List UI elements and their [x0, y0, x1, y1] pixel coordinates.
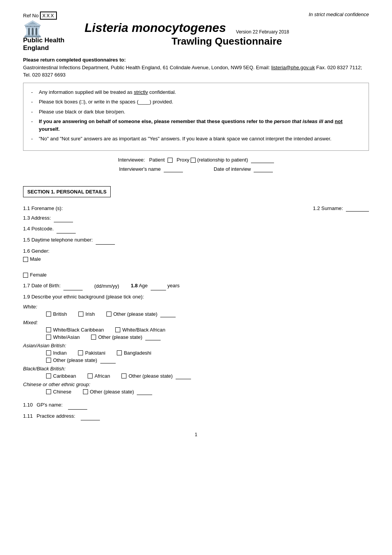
- british-checkbox[interactable]: [46, 312, 51, 317]
- q1-7-8-row: 1.7 Date of Birth: (dd/mm/yy) 1.8 Age ye…: [23, 282, 369, 290]
- logo-emblem: 🏛️: [23, 21, 42, 37]
- caribbean-label: Caribbean: [53, 373, 76, 379]
- pakistani-option: Pakistani: [78, 350, 105, 356]
- proxy-checkbox[interactable]: [191, 158, 196, 163]
- caribbean-option: Caribbean: [46, 373, 76, 379]
- female-option: Female: [23, 271, 369, 279]
- org-logo: 🏛️ Public Health England: [23, 21, 77, 52]
- white-black-caribbean-option: White/Black Caribbean: [46, 327, 104, 333]
- bangladeshi-checkbox[interactable]: [117, 350, 122, 355]
- email-link[interactable]: listeria@phe.gov.uk: [271, 65, 315, 70]
- black-other-label: Other (please state): [128, 373, 191, 379]
- white-black-african-label: White/Black African: [122, 327, 165, 333]
- indian-label: Indian: [53, 350, 66, 356]
- page-number: 1: [23, 432, 369, 437]
- mixed-other-checkbox[interactable]: [91, 335, 96, 340]
- q1-11-label: 1.11: [23, 412, 33, 421]
- instructions-box: - Any information supplied will be treat…: [23, 83, 369, 151]
- q1-1-label: 1.1 Forename (s):: [23, 205, 63, 211]
- asian-other-checkbox[interactable]: [46, 358, 51, 363]
- ref-box: XXX: [40, 12, 57, 20]
- bangladeshi-option: Bangladeshi: [117, 350, 151, 356]
- chinese-label: Chinese: [53, 389, 71, 395]
- interviewer-row: Interviewer's name Date of interview: [23, 166, 369, 172]
- white-black-caribbean-label: White/Black Caribbean: [53, 327, 104, 333]
- q1-10-row: 1.10 GP's name:: [23, 401, 369, 410]
- black-other-option: Other (please state): [121, 373, 191, 379]
- q1-9-row: 1.9 Describe your ethnic background (ple…: [23, 293, 369, 301]
- q1-4-row: 1.4 Postcode.: [23, 225, 369, 233]
- white-black-african-checkbox[interactable]: [115, 327, 120, 332]
- mixed-category: Mixed:: [23, 320, 369, 325]
- instruction-4: - If you are answering on behalf of some…: [31, 118, 361, 133]
- confidence-text: In strict medical confidence: [309, 12, 369, 20]
- mixed-options-row2: White/Asian Other (please state): [46, 334, 369, 340]
- date-interview-label: Date of interview: [214, 166, 273, 172]
- ref-label: Ref No XXX: [23, 12, 57, 20]
- asian-options-row2: Other (please state): [46, 357, 369, 363]
- irish-option: Irish: [78, 311, 95, 317]
- white-other-checkbox[interactable]: [106, 312, 111, 317]
- q1-11-row: 1.11 Practice address:: [23, 412, 369, 421]
- male-option: Male: [23, 255, 369, 263]
- black-category: Black/Black British:: [23, 366, 369, 372]
- q1-11-text: Practice address:: [37, 412, 75, 421]
- org-name: Public Health England: [23, 37, 65, 52]
- chinese-checkbox[interactable]: [46, 389, 51, 394]
- black-other-checkbox[interactable]: [121, 373, 126, 378]
- asian-other-label: Other (please state): [53, 357, 116, 363]
- asian-options-row1: Indian Pakistani Bangladeshi: [46, 350, 369, 356]
- bangladeshi-label: Bangladeshi: [124, 350, 151, 356]
- caribbean-checkbox[interactable]: [46, 373, 51, 378]
- female-checkbox[interactable]: [23, 273, 28, 278]
- british-label: British: [53, 311, 67, 317]
- interviewee-row: Interviewee: Patient Proxy (relationship…: [23, 157, 369, 163]
- pakistani-checkbox[interactable]: [78, 350, 83, 355]
- mixed-other-label: Other (please state): [98, 334, 161, 340]
- indian-option: Indian: [46, 350, 66, 356]
- african-checkbox[interactable]: [88, 373, 93, 378]
- chinese-other-option: Other (please state): [83, 389, 153, 395]
- q1-3-row: 1.3 Address:: [23, 214, 369, 223]
- chinese-category: Chinese or other ethnic group:: [23, 382, 369, 387]
- chinese-other-label: Other (please state): [90, 389, 153, 395]
- mixed-other-option: Other (please state): [91, 334, 161, 340]
- white-asian-checkbox[interactable]: [46, 335, 51, 340]
- header-top-row: Ref No XXX In strict medical confidence: [23, 12, 369, 20]
- white-asian-option: White/Asian: [46, 334, 80, 340]
- q1-10-label: 1.10: [23, 401, 33, 410]
- instruction-2: - Please tick boxes (□), or write in the…: [31, 98, 361, 106]
- white-black-caribbean-checkbox[interactable]: [46, 327, 51, 332]
- black-options: Caribbean African Other (please state): [46, 373, 369, 379]
- mixed-options-row1: White/Black Caribbean White/Black Africa…: [46, 327, 369, 333]
- patient-checkbox[interactable]: [168, 158, 173, 163]
- chinese-options: Chinese Other (please state): [46, 389, 369, 395]
- irish-label: Irish: [85, 311, 95, 317]
- african-label: African: [95, 373, 110, 379]
- asian-category: Asian/Asian British:: [23, 343, 369, 348]
- return-section: Please return completed questionnaires t…: [23, 56, 369, 79]
- chinese-other-checkbox[interactable]: [83, 389, 88, 394]
- return-address: Gastrointestinal Infections Department, …: [23, 64, 369, 79]
- white-options: British Irish Other (please state): [46, 311, 369, 317]
- white-category: White:: [23, 304, 369, 310]
- q1-7-format: (dd/mm/yy): [94, 282, 119, 290]
- version-text: Version 22 February 2018: [236, 29, 289, 35]
- white-asian-label: White/Asian: [53, 334, 80, 340]
- asian-other-option: Other (please state): [46, 357, 116, 363]
- white-other-option: Other (please state): [106, 311, 176, 317]
- white-other-label: Other (please state): [113, 311, 176, 317]
- q1-2-label: 1.2 Surname:: [313, 205, 369, 212]
- white-black-african-option: White/Black African: [115, 327, 165, 333]
- q1-5-row: 1.5 Daytime telephone number:: [23, 236, 369, 245]
- instruction-1: - Any information supplied will be treat…: [31, 88, 361, 96]
- instruction-3: - Please use black or dark blue biro/pen…: [31, 108, 361, 116]
- indian-checkbox[interactable]: [46, 350, 51, 355]
- trawling-title: Trawling Questionnaire: [85, 35, 369, 47]
- irish-checkbox[interactable]: [78, 312, 83, 317]
- return-bold-label: Please return completed questionnaires t…: [23, 57, 126, 63]
- male-checkbox[interactable]: [23, 257, 28, 262]
- chinese-option: Chinese: [46, 389, 71, 395]
- section1-header: SECTION 1. PERSONAL DETAILS: [23, 186, 111, 197]
- q1-7-label: 1.7 Date of Birth:: [23, 282, 83, 290]
